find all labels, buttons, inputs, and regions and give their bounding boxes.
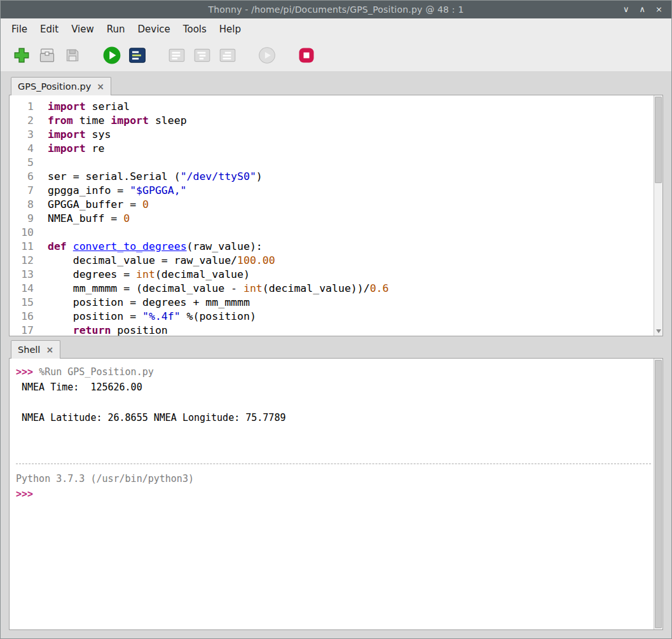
title-bar[interactable]: Thonny - /home/pi/Documents/GPS_Position…: [1, 1, 671, 18]
save-file-button: [62, 45, 83, 65]
line-number: 6: [10, 170, 34, 184]
shell-output[interactable]: >>> %Run GPS_Position.py NMEA Time: 1256…: [10, 359, 654, 629]
menu-help[interactable]: Help: [213, 20, 247, 38]
line-number: 4: [10, 142, 34, 156]
line-number: 14: [10, 282, 34, 296]
step-out-button: [217, 45, 238, 65]
shell-tab[interactable]: Shell ×: [11, 340, 60, 359]
line-number: 2: [10, 114, 34, 128]
menu-bar: FileEditViewRunDeviceToolsHelp: [1, 18, 671, 39]
shell-line: [16, 441, 654, 456]
code-line: ser = serial.Serial ("/dev/ttyS0"): [48, 170, 654, 184]
code-line: position = degrees + mm_mmmm: [48, 296, 654, 310]
code-line: gpgga_info = "$GPGGA,": [48, 184, 654, 198]
shell-panel[interactable]: >>> %Run GPS_Position.py NMEA Time: 1256…: [9, 358, 663, 630]
code-line: import re: [48, 142, 654, 156]
shell-tab-close-icon[interactable]: ×: [46, 345, 53, 355]
code-line: mm_mmmm = (decimal_value - int(decimal_v…: [48, 282, 654, 296]
editor-scrollbar-thumb[interactable]: [655, 97, 662, 183]
line-number: 7: [10, 184, 34, 198]
shell-tab-row: Shell ×: [1, 336, 671, 358]
code-line: decimal_value = raw_value/100.00: [48, 254, 654, 268]
line-number: 8: [10, 198, 34, 212]
toolbar-separator: [153, 55, 161, 56]
code-line: [48, 156, 654, 170]
code-line: [48, 226, 654, 240]
new-file-button[interactable]: [11, 45, 32, 65]
shell-scrollbar[interactable]: [654, 359, 662, 629]
line-number: 15: [10, 296, 34, 310]
shell-tab-label: Shell: [18, 345, 40, 355]
stop-restart-button[interactable]: [296, 45, 317, 65]
code-line: position = "%.4f" %(position): [48, 310, 654, 324]
editor-tab-row: GPS_Position.py ×: [1, 71, 671, 95]
line-number-gutter: 1234567891011121314151617: [10, 95, 43, 336]
code-line: from time import sleep: [48, 114, 654, 128]
editor-tab[interactable]: GPS_Position.py ×: [11, 77, 111, 95]
menu-file[interactable]: File: [5, 20, 34, 38]
run-script-button[interactable]: [102, 45, 122, 65]
open-file-button[interactable]: [37, 45, 57, 65]
code-line: GPGGA_buffer = 0: [48, 198, 654, 212]
menu-device[interactable]: Device: [132, 20, 177, 38]
code-line: import serial: [48, 100, 654, 114]
shell-line: [16, 395, 654, 410]
code-line: degrees = int(decimal_value): [48, 268, 654, 282]
window-title: Thonny - /home/pi/Documents/GPS_Position…: [1, 4, 671, 15]
editor-scroll-down-icon[interactable]: [656, 329, 661, 333]
menu-tools[interactable]: Tools: [177, 20, 213, 38]
editor-tab-label: GPS_Position.py: [18, 81, 91, 92]
thonny-window: Thonny - /home/pi/Documents/GPS_Position…: [0, 0, 672, 639]
toolbar: [1, 39, 671, 71]
line-number: 12: [10, 254, 34, 268]
window-controls: ∨∧×: [623, 1, 671, 18]
line-number: 17: [10, 324, 34, 336]
debug-script-button[interactable]: [127, 45, 147, 65]
restart-separator: [16, 464, 651, 464]
maximize-button[interactable]: ∧: [640, 1, 646, 18]
menu-edit[interactable]: Edit: [34, 20, 65, 38]
line-number: 1: [10, 100, 34, 114]
shell-line: >>>: [16, 486, 654, 502]
shell-scrollbar-thumb[interactable]: [655, 360, 662, 628]
resume-button: [257, 45, 277, 65]
line-number: 11: [10, 240, 34, 254]
shell-line: >>> %Run GPS_Position.py: [16, 364, 654, 380]
toolbar-separator: [88, 55, 97, 56]
editor-tab-close-icon[interactable]: ×: [97, 81, 104, 92]
shade-button[interactable]: ∨: [623, 1, 629, 18]
shell-line: [16, 425, 654, 441]
editor-scrollbar[interactable]: [654, 95, 662, 336]
code-line: def convert_to_degrees(raw_value):: [48, 240, 654, 254]
shell-line: NMEA Time: 125626.00: [16, 380, 654, 395]
line-number: 9: [10, 212, 34, 226]
code-line: NMEA_buff = 0: [48, 212, 654, 226]
menu-view[interactable]: View: [65, 20, 100, 38]
shell-line: NMEA Latitude: 26.8655 NMEA Longitude: 7…: [16, 410, 654, 425]
line-number: 3: [10, 128, 34, 142]
step-over-button: [167, 45, 187, 65]
line-number: 5: [10, 156, 34, 170]
toolbar-separator: [243, 55, 252, 56]
close-button[interactable]: ×: [655, 1, 662, 18]
code-editor[interactable]: 1234567891011121314151617 import serialf…: [9, 95, 663, 336]
toolbar-separator: [282, 55, 291, 56]
line-number: 10: [10, 226, 34, 240]
code-line: return position: [48, 324, 654, 336]
menu-run[interactable]: Run: [100, 20, 132, 38]
step-into-button: [192, 45, 212, 65]
line-number: 13: [10, 268, 34, 282]
shell-line: Python 3.7.3 (/usr/bin/python3): [16, 471, 654, 486]
code-line: import sys: [48, 128, 654, 142]
line-number: 16: [10, 310, 34, 324]
code-area[interactable]: import serialfrom time import sleepimpor…: [43, 95, 654, 336]
